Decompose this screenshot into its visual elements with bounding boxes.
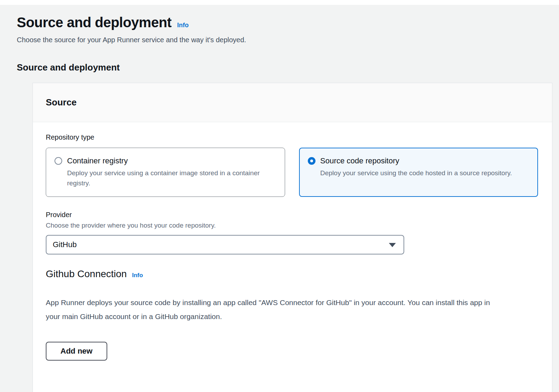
app-runner-source-page: Source and deployment Info Choose the so… — [0, 0, 559, 392]
repository-type-label: Repository type — [46, 133, 538, 141]
github-connection-heading: Github Connection — [46, 268, 127, 280]
source-panel-body: Repository type Container registry Deplo… — [33, 122, 552, 382]
repository-type-tiles: Container registry Deploy your service u… — [46, 148, 538, 197]
page-title-info-link[interactable]: Info — [177, 22, 189, 29]
source-panel-header: Source — [33, 83, 552, 122]
provider-description: Choose the provider where you host your … — [46, 222, 538, 229]
chevron-down-icon — [389, 243, 396, 247]
github-connection-heading-row: Github Connection Info — [46, 268, 538, 280]
add-new-button[interactable]: Add new — [46, 342, 107, 361]
provider-field: Provider Choose the provider where you h… — [46, 211, 538, 254]
provider-select[interactable]: GitHub — [46, 235, 404, 254]
source-panel-title: Source — [46, 97, 538, 108]
page-title: Source and deployment — [17, 15, 172, 30]
provider-select-value: GitHub — [53, 240, 77, 249]
top-white-strip — [0, 0, 559, 5]
provider-label: Provider — [46, 211, 538, 219]
page-title-row: Source and deployment Info — [17, 15, 542, 30]
tile-label: Container registry — [67, 156, 270, 166]
radio-tile-container-registry[interactable]: Container registry Deploy your service u… — [46, 148, 285, 197]
tile-label: Source code repository — [320, 156, 512, 166]
page-subtitle: Choose the source for your App Runner se… — [17, 36, 542, 44]
radio-unselected-icon[interactable] — [55, 157, 62, 165]
section-heading: Source and deployment — [17, 62, 542, 73]
tile-description: Deploy your service using a container im… — [67, 168, 270, 188]
github-connection-description: App Runner deploys your source code by i… — [46, 296, 496, 324]
tile-description: Deploy your service using the code hoste… — [320, 168, 512, 178]
tile-content: Source code repository Deploy your servi… — [320, 156, 512, 178]
page-content: Source and deployment Info Choose the so… — [0, 5, 559, 392]
tile-content: Container registry Deploy your service u… — [67, 156, 270, 188]
radio-selected-icon[interactable] — [308, 157, 315, 165]
github-connection-info-link[interactable]: Info — [132, 272, 143, 279]
source-panel: Source Repository type Container registr… — [32, 83, 552, 392]
radio-tile-source-code-repository[interactable]: Source code repository Deploy your servi… — [299, 148, 538, 197]
